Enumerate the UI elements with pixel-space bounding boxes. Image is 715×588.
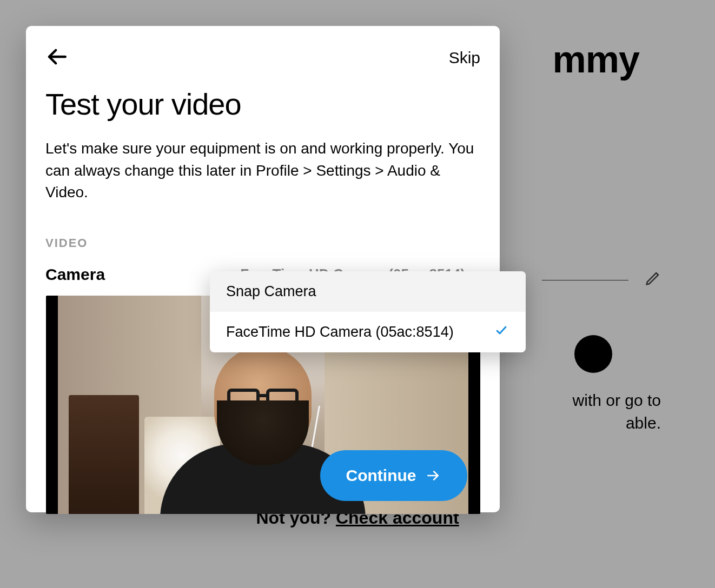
check-icon <box>493 324 509 340</box>
arrow-right-icon <box>425 469 441 483</box>
modal-topbar: Skip <box>45 45 480 70</box>
modal-subtitle: Let's make sure your equipment is on and… <box>45 138 480 204</box>
modal-title: Test your video <box>45 86 480 122</box>
camera-label: Camera <box>45 265 105 284</box>
continue-button[interactable]: Continue <box>320 450 467 501</box>
back-button[interactable] <box>45 45 68 70</box>
camera-option-label: FaceTime HD Camera (05ac:8514) <box>226 324 454 340</box>
continue-label: Continue <box>346 466 416 485</box>
camera-option-label: Snap Camera <box>226 283 316 300</box>
camera-dropdown-menu: Snap Camera FaceTime HD Camera (05ac:851… <box>210 271 526 352</box>
skip-link[interactable]: Skip <box>449 49 480 67</box>
camera-option-facetime[interactable]: FaceTime HD Camera (05ac:8514) <box>210 312 526 352</box>
test-video-modal: Skip Test your video Let's make sure you… <box>26 26 500 512</box>
video-section-label: VIDEO <box>45 236 480 250</box>
camera-option-snap[interactable]: Snap Camera <box>210 271 526 312</box>
